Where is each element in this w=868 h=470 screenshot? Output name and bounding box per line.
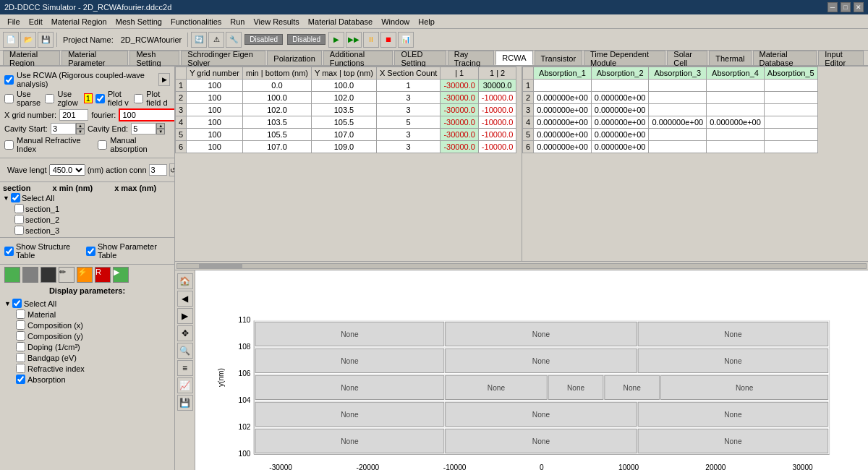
- refresh-btn[interactable]: ↺: [169, 163, 176, 176]
- menu-mesh-setting[interactable]: Mesh Setting: [111, 16, 166, 27]
- tab-solar-cell[interactable]: Solar Cell: [667, 51, 707, 65]
- param-material-checkbox[interactable]: [16, 309, 25, 319]
- param-doping-checkbox[interactable]: [16, 342, 25, 351]
- param-refractive-checkbox[interactable]: [16, 364, 25, 373]
- menu-functionalities[interactable]: Functionalities: [166, 16, 226, 27]
- menu-file[interactable]: File: [3, 16, 25, 27]
- fourier-input[interactable]: [119, 108, 175, 121]
- section-2-item[interactable]: section_2: [3, 214, 171, 225]
- xgrid-input[interactable]: [59, 109, 88, 121]
- section-3-checkbox[interactable]: [14, 226, 24, 235]
- side-back-btn[interactable]: ◀: [177, 291, 193, 307]
- param-absorption[interactable]: Absorption: [4, 374, 170, 385]
- run-btn-4[interactable]: ⏹: [380, 32, 396, 48]
- menu-help[interactable]: Help: [414, 16, 439, 27]
- section-1-checkbox[interactable]: [14, 204, 24, 213]
- tab-schrodinger[interactable]: Schrodinger Eigen Solver: [181, 51, 265, 65]
- color-btn-draw[interactable]: ✏: [59, 267, 75, 283]
- tab-material-region[interactable]: Material Region: [3, 51, 60, 65]
- side-move-btn[interactable]: ✥: [177, 325, 193, 341]
- tab-transistor[interactable]: Transistor: [535, 51, 583, 65]
- param-refractive[interactable]: Refractive index: [4, 363, 170, 374]
- plot-field-d-checkbox[interactable]: [134, 94, 143, 103]
- tab-input-editor[interactable]: Input Editor: [818, 51, 864, 65]
- menu-run[interactable]: Run: [226, 16, 249, 27]
- tab-ray-tracing[interactable]: Ray Tracing: [448, 51, 495, 65]
- run-btn-3[interactable]: ⏸: [363, 32, 379, 48]
- tab-rcwa[interactable]: RCWA: [495, 51, 532, 65]
- action-conn-input[interactable]: [149, 164, 167, 176]
- show-parameter-checkbox[interactable]: [86, 247, 95, 256]
- select-all-item[interactable]: ▼ Select All: [3, 192, 171, 203]
- tab-additional[interactable]: Additional Functions: [323, 51, 393, 65]
- menu-edit[interactable]: Edit: [25, 16, 47, 27]
- plot-field-v-checkbox[interactable]: [95, 94, 105, 103]
- toolbar-btn-c[interactable]: 🔧: [226, 32, 242, 48]
- side-home-btn[interactable]: 🏠: [177, 273, 193, 289]
- cavity-end-input[interactable]: [131, 123, 156, 134]
- show-structure-checkbox[interactable]: [4, 247, 14, 256]
- section-2-checkbox[interactable]: [14, 215, 24, 224]
- run-btn-1[interactable]: ▶: [328, 32, 344, 48]
- cavity-end-down[interactable]: ▼: [156, 129, 165, 134]
- tab-oled[interactable]: OLED Setting: [394, 51, 446, 65]
- minimize-button[interactable]: ─: [827, 2, 838, 12]
- close-button[interactable]: ✕: [854, 2, 864, 12]
- use-zglow-checkbox[interactable]: [45, 94, 54, 103]
- param-bandgap[interactable]: Bandgap (eV): [4, 352, 170, 363]
- param-composition-y-checkbox[interactable]: [16, 331, 25, 341]
- cavity-start-down[interactable]: ▼: [76, 129, 85, 134]
- manual-absorption-checkbox[interactable]: [98, 140, 107, 150]
- color-btn-gray[interactable]: [22, 267, 38, 283]
- side-save-btn[interactable]: 💾: [177, 395, 193, 411]
- tab-material-parameter[interactable]: Material Parameter: [61, 51, 128, 65]
- side-zoom-btn[interactable]: 🔍: [177, 343, 193, 359]
- h-scrollbar[interactable]: [175, 262, 868, 270]
- section-3-item[interactable]: section_3: [3, 225, 171, 236]
- menu-window[interactable]: Window: [377, 16, 414, 27]
- toolbar-open[interactable]: 📂: [20, 32, 36, 48]
- color-btn-dark[interactable]: [41, 267, 56, 283]
- manual-refractive-checkbox[interactable]: [4, 140, 14, 150]
- menu-material-region[interactable]: Material Region: [47, 16, 111, 27]
- param-absorption-checkbox[interactable]: [16, 375, 25, 384]
- param-doping[interactable]: Doping (1/cm³): [4, 341, 170, 352]
- tab-material-db[interactable]: Material Database: [753, 51, 817, 65]
- param-composition-x[interactable]: Composition (x): [4, 320, 170, 330]
- color-btn-green[interactable]: [4, 267, 20, 283]
- toolbar-new[interactable]: 📄: [3, 32, 19, 48]
- menu-view-results[interactable]: View Results: [249, 16, 303, 27]
- tab-thermal[interactable]: Thermal: [709, 51, 751, 65]
- toolbar-btn-b[interactable]: ⚠: [208, 32, 224, 48]
- cavity-start-input[interactable]: [51, 123, 76, 134]
- color-btn-red[interactable]: R: [95, 267, 111, 283]
- param-material[interactable]: Material: [4, 309, 170, 320]
- maximize-button[interactable]: □: [841, 2, 851, 12]
- param-composition-y[interactable]: Composition (y): [4, 330, 170, 341]
- tab-mesh-setting[interactable]: Mesh Setting: [129, 51, 179, 65]
- toolbar-btn-a[interactable]: 🔄: [191, 32, 207, 48]
- run-btn-2[interactable]: ▶▶: [346, 32, 362, 48]
- wavelength-select[interactable]: 450.0: [49, 164, 85, 176]
- grid-table-wrap[interactable]: Y grid number min | bottom (nm) Y max | …: [175, 67, 522, 261]
- side-settings-btn[interactable]: ≡: [177, 360, 193, 376]
- color-btn-orange[interactable]: ⚡: [77, 267, 93, 283]
- use-sparse-checkbox[interactable]: [4, 94, 14, 103]
- chart-btn[interactable]: 📊: [398, 32, 414, 48]
- side-forward-btn[interactable]: ▶: [177, 308, 193, 324]
- rcwa-toggle-btn[interactable]: ▶: [158, 73, 170, 86]
- tab-time-dependent[interactable]: Time Dependent Module: [584, 51, 665, 65]
- use-rcwa-checkbox[interactable]: [4, 75, 14, 85]
- tab-polarization[interactable]: Polarization: [267, 51, 321, 65]
- param-bandgap-checkbox[interactable]: [16, 353, 25, 362]
- section-1-item[interactable]: section_1: [3, 203, 171, 214]
- color-btn-play[interactable]: ▶: [113, 267, 129, 283]
- absorption-table-wrap[interactable]: Absorption_1 Absorption_2 Absorption_3 A…: [522, 67, 868, 261]
- cavity-end-up[interactable]: ▲: [156, 123, 165, 129]
- param-select-all[interactable]: ▼ Select All: [4, 298, 170, 309]
- menu-material-database[interactable]: Material Database: [304, 16, 377, 27]
- cavity-start-up[interactable]: ▲: [76, 123, 85, 129]
- side-chart-btn[interactable]: 📈: [177, 377, 193, 393]
- scrollbar-thumb[interactable]: [199, 264, 242, 268]
- param-composition-x-checkbox[interactable]: [16, 320, 25, 330]
